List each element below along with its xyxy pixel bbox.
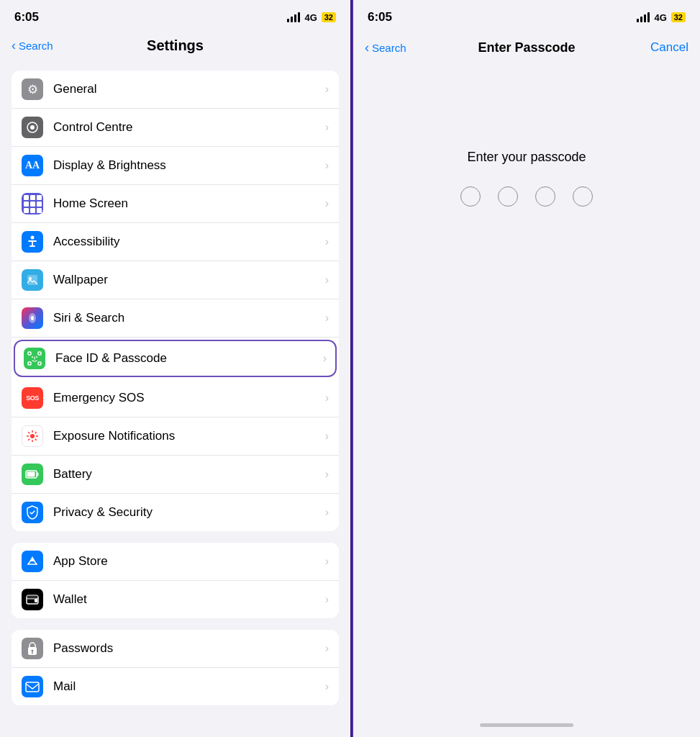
mail-icon <box>22 676 43 697</box>
settings-item-app-store[interactable]: App Store › <box>12 543 339 581</box>
svg-rect-24 <box>27 472 35 477</box>
control-centre-label: Control Centre <box>53 120 325 135</box>
settings-item-accessibility[interactable]: Accessibility › <box>12 223 339 261</box>
svg-rect-10 <box>38 362 41 365</box>
settings-item-face-id[interactable]: Face ID & Passcode › <box>14 340 337 377</box>
left-back-button[interactable]: ‹ Search <box>12 39 53 52</box>
home-screen-chevron-icon: › <box>325 197 329 210</box>
settings-item-wallpaper[interactable]: Wallpaper › <box>12 261 339 299</box>
settings-item-emergency-sos[interactable]: SOS Emergency SOS › <box>12 379 339 417</box>
exposure-chevron-icon: › <box>325 430 329 443</box>
home-bar <box>480 723 573 727</box>
app-store-chevron-icon: › <box>325 555 329 568</box>
signal-bar-2 <box>291 17 293 22</box>
mail-label: Mail <box>53 679 325 694</box>
wallpaper-chevron-icon: › <box>325 273 329 286</box>
right-panel: 6:05 4G 32 ‹ Search Enter Passcode Cance… <box>353 0 700 737</box>
battery-badge: 32 <box>322 12 336 22</box>
accessibility-icon <box>22 231 43 253</box>
svg-line-20 <box>35 439 37 440</box>
passwords-chevron-icon: › <box>325 642 329 655</box>
settings-group-3: Passwords › Mail › <box>12 630 339 705</box>
right-time: 6:05 <box>368 10 392 24</box>
svg-rect-32 <box>26 682 39 692</box>
right-signal-bars-icon <box>637 12 650 22</box>
right-status-bar: 6:05 4G 32 <box>353 0 700 32</box>
general-chevron-icon: › <box>325 83 329 96</box>
left-panel: 6:05 4G 32 ‹ Search Settings ⚙ <box>0 0 350 737</box>
wallet-chevron-icon: › <box>325 593 329 606</box>
battery-chevron-icon: › <box>325 468 329 481</box>
left-nav-bar: ‹ Search Settings <box>0 32 350 59</box>
passwords-label: Passwords <box>53 641 325 656</box>
right-home-indicator <box>353 713 700 737</box>
settings-item-display[interactable]: AA Display & Brightness › <box>12 147 339 185</box>
display-icon: AA <box>22 155 43 176</box>
svg-rect-25 <box>37 473 39 476</box>
settings-item-siri[interactable]: Siri & Search › <box>12 299 339 338</box>
settings-item-exposure[interactable]: Exposure Notifications › <box>12 417 339 456</box>
svg-rect-9 <box>28 362 31 365</box>
control-centre-svg <box>26 121 39 134</box>
right-status-icons: 4G 32 <box>637 12 686 23</box>
settings-item-privacy[interactable]: Privacy & Security › <box>12 494 339 531</box>
right-nav-bar: ‹ Search Enter Passcode Cancel <box>353 32 700 63</box>
settings-item-general[interactable]: ⚙ General › <box>12 71 339 109</box>
svg-rect-27 <box>27 595 38 599</box>
wallpaper-label: Wallpaper <box>53 273 325 287</box>
face-id-icon <box>24 348 45 369</box>
privacy-label: Privacy & Security <box>53 505 325 520</box>
settings-item-wallet[interactable]: Wallet › <box>12 581 339 618</box>
display-chevron-icon: › <box>325 159 329 172</box>
exposure-label: Exposure Notifications <box>53 429 325 443</box>
back-label: Search <box>19 40 53 52</box>
right-network-type: 4G <box>654 12 666 23</box>
home-screen-icon <box>22 193 43 214</box>
svg-line-21 <box>35 432 37 433</box>
left-status-icons: 4G 32 <box>287 12 336 23</box>
privacy-chevron-icon: › <box>325 506 329 519</box>
control-centre-icon <box>22 117 43 138</box>
display-label: Display & Brightness <box>53 158 325 173</box>
settings-item-control-centre[interactable]: Control Centre › <box>12 109 339 147</box>
battery-icon <box>22 464 43 485</box>
right-back-button[interactable]: ‹ Search <box>365 41 406 54</box>
accessibility-chevron-icon: › <box>325 235 329 248</box>
wallet-label: Wallet <box>53 592 325 607</box>
right-battery-badge: 32 <box>671 12 686 22</box>
passwords-icon <box>22 638 43 659</box>
signal-bars-icon <box>287 12 300 22</box>
settings-item-battery[interactable]: Battery › <box>12 456 339 494</box>
exposure-icon <box>22 425 43 447</box>
svg-rect-8 <box>38 352 41 355</box>
right-back-label: Search <box>372 42 406 54</box>
battery-label: Battery <box>53 467 325 481</box>
emergency-sos-chevron-icon: › <box>325 392 329 404</box>
svg-point-11 <box>32 356 33 358</box>
svg-point-14 <box>30 434 35 438</box>
svg-point-6 <box>31 316 34 320</box>
settings-group-2: App Store › Wallet › <box>12 543 339 618</box>
app-store-icon <box>22 551 43 572</box>
wallet-icon <box>22 589 43 610</box>
home-screen-label: Home Screen <box>53 196 325 211</box>
mail-chevron-icon: › <box>325 680 329 693</box>
left-status-bar: 6:05 4G 32 <box>0 0 350 32</box>
passcode-dot-2 <box>498 186 518 207</box>
svg-point-2 <box>31 236 35 240</box>
wallpaper-icon <box>22 269 43 291</box>
accessibility-label: Accessibility <box>53 235 325 249</box>
signal-bar-3 <box>294 14 296 22</box>
cancel-button[interactable]: Cancel <box>650 40 688 55</box>
settings-item-home-screen[interactable]: Home Screen › <box>12 185 339 223</box>
network-type: 4G <box>304 12 317 23</box>
app-store-label: App Store <box>53 554 325 569</box>
emergency-sos-label: Emergency SOS <box>53 391 325 405</box>
svg-rect-28 <box>35 599 37 602</box>
privacy-icon <box>22 502 43 523</box>
general-label: General <box>53 82 325 96</box>
passcode-dots <box>460 186 593 207</box>
siri-label: Siri & Search <box>53 311 325 325</box>
settings-item-mail[interactable]: Mail › <box>12 668 339 705</box>
settings-item-passwords[interactable]: Passwords › <box>12 630 339 668</box>
